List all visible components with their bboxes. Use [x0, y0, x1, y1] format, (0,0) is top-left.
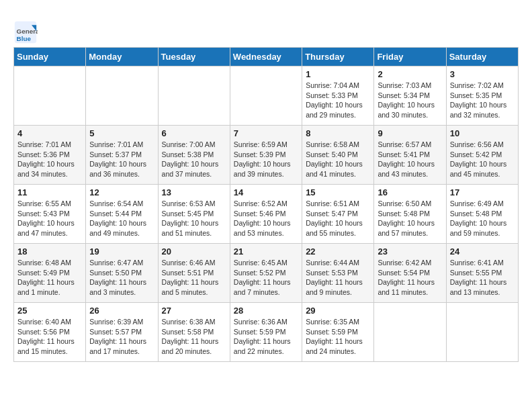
column-header-monday: Monday [86, 48, 158, 66]
day-info: Sunrise: 7:00 AM Sunset: 5:38 PM Dayligh… [162, 140, 226, 179]
calendar-cell: 3Sunrise: 7:02 AM Sunset: 5:35 PM Daylig… [446, 66, 518, 126]
day-info: Sunrise: 6:50 AM Sunset: 5:48 PM Dayligh… [378, 199, 442, 238]
day-number: 24 [450, 246, 515, 257]
day-info: Sunrise: 6:36 AM Sunset: 5:59 PM Dayligh… [234, 317, 298, 357]
calendar-cell: 19Sunrise: 6:47 AM Sunset: 5:50 PM Dayli… [86, 244, 158, 303]
day-number: 25 [17, 306, 82, 316]
calendar-cell: 5Sunrise: 7:01 AM Sunset: 5:37 PM Daylig… [86, 126, 158, 185]
day-number: 8 [306, 128, 370, 138]
calendar-cell [446, 303, 518, 362]
day-number: 14 [234, 187, 298, 197]
day-number: 3 [450, 69, 515, 79]
calendar-week-row: 1Sunrise: 7:04 AM Sunset: 5:33 PM Daylig… [14, 66, 519, 126]
calendar-cell: 2Sunrise: 7:03 AM Sunset: 5:34 PM Daylig… [374, 66, 446, 126]
day-number: 28 [234, 306, 298, 316]
day-info: Sunrise: 6:49 AM Sunset: 5:48 PM Dayligh… [450, 199, 515, 238]
day-number: 20 [162, 246, 226, 257]
calendar-table: SundayMondayTuesdayWednesdayThursdayFrid… [13, 47, 519, 362]
calendar-cell: 24Sunrise: 6:41 AM Sunset: 5:55 PM Dayli… [446, 244, 518, 303]
day-number: 19 [89, 246, 154, 257]
calendar-cell: 4Sunrise: 7:01 AM Sunset: 5:36 PM Daylig… [14, 126, 86, 185]
calendar-cell: 23Sunrise: 6:42 AM Sunset: 5:54 PM Dayli… [374, 244, 446, 303]
calendar-cell: 21Sunrise: 6:45 AM Sunset: 5:52 PM Dayli… [230, 244, 302, 303]
day-info: Sunrise: 7:01 AM Sunset: 5:36 PM Dayligh… [17, 140, 82, 179]
calendar-cell: 20Sunrise: 6:46 AM Sunset: 5:51 PM Dayli… [158, 244, 230, 303]
calendar-week-row: 11Sunrise: 6:55 AM Sunset: 5:43 PM Dayli… [14, 185, 519, 244]
calendar-cell: 10Sunrise: 6:56 AM Sunset: 5:42 PM Dayli… [446, 126, 518, 185]
day-number: 10 [450, 128, 515, 138]
day-info: Sunrise: 6:46 AM Sunset: 5:51 PM Dayligh… [162, 258, 226, 298]
day-info: Sunrise: 6:40 AM Sunset: 5:56 PM Dayligh… [17, 317, 82, 357]
day-info: Sunrise: 7:03 AM Sunset: 5:34 PM Dayligh… [378, 81, 442, 120]
page-header: General Blue [13, 20, 519, 47]
column-header-saturday: Saturday [446, 48, 518, 66]
day-info: Sunrise: 6:54 AM Sunset: 5:44 PM Dayligh… [89, 199, 154, 238]
calendar-cell: 1Sunrise: 7:04 AM Sunset: 5:33 PM Daylig… [302, 66, 374, 126]
day-number: 7 [234, 128, 298, 138]
day-info: Sunrise: 7:02 AM Sunset: 5:35 PM Dayligh… [450, 81, 515, 120]
day-info: Sunrise: 6:51 AM Sunset: 5:47 PM Dayligh… [306, 199, 370, 238]
day-number: 17 [450, 187, 515, 197]
calendar-cell: 16Sunrise: 6:50 AM Sunset: 5:48 PM Dayli… [374, 185, 446, 244]
day-number: 27 [162, 306, 226, 316]
day-info: Sunrise: 6:56 AM Sunset: 5:42 PM Dayligh… [450, 140, 515, 179]
day-info: Sunrise: 6:42 AM Sunset: 5:54 PM Dayligh… [378, 258, 442, 298]
calendar-cell: 15Sunrise: 6:51 AM Sunset: 5:47 PM Dayli… [302, 185, 374, 244]
day-number: 18 [17, 246, 82, 257]
calendar-cell: 22Sunrise: 6:44 AM Sunset: 5:53 PM Dayli… [302, 244, 374, 303]
column-header-sunday: Sunday [14, 48, 86, 66]
day-info: Sunrise: 7:04 AM Sunset: 5:33 PM Dayligh… [306, 81, 370, 120]
calendar-cell: 8Sunrise: 6:58 AM Sunset: 5:40 PM Daylig… [302, 126, 374, 185]
day-number: 12 [89, 187, 154, 197]
calendar-cell [86, 66, 158, 126]
logo-wrapper: General Blue [13, 20, 40, 44]
day-info: Sunrise: 7:01 AM Sunset: 5:37 PM Dayligh… [89, 140, 154, 179]
day-info: Sunrise: 6:57 AM Sunset: 5:41 PM Dayligh… [378, 140, 442, 179]
calendar-cell: 11Sunrise: 6:55 AM Sunset: 5:43 PM Dayli… [14, 185, 86, 244]
day-number: 6 [162, 128, 226, 138]
calendar-cell: 12Sunrise: 6:54 AM Sunset: 5:44 PM Dayli… [86, 185, 158, 244]
day-number: 13 [162, 187, 226, 197]
calendar-cell: 6Sunrise: 7:00 AM Sunset: 5:38 PM Daylig… [158, 126, 230, 185]
column-header-friday: Friday [374, 48, 446, 66]
day-number: 22 [306, 246, 370, 257]
calendar-cell: 14Sunrise: 6:52 AM Sunset: 5:46 PM Dayli… [230, 185, 302, 244]
day-info: Sunrise: 6:35 AM Sunset: 5:59 PM Dayligh… [306, 317, 370, 357]
day-number: 16 [378, 187, 442, 197]
calendar-cell: 27Sunrise: 6:38 AM Sunset: 5:58 PM Dayli… [158, 303, 230, 362]
calendar-week-row: 4Sunrise: 7:01 AM Sunset: 5:36 PM Daylig… [14, 126, 519, 185]
day-info: Sunrise: 6:48 AM Sunset: 5:49 PM Dayligh… [17, 258, 82, 298]
day-info: Sunrise: 6:59 AM Sunset: 5:39 PM Dayligh… [234, 140, 298, 179]
calendar-header-row: SundayMondayTuesdayWednesdayThursdayFrid… [14, 48, 519, 66]
svg-text:Blue: Blue [17, 35, 32, 42]
day-info: Sunrise: 6:38 AM Sunset: 5:58 PM Dayligh… [162, 317, 226, 357]
day-number: 11 [17, 187, 82, 197]
calendar-cell: 26Sunrise: 6:39 AM Sunset: 5:57 PM Dayli… [86, 303, 158, 362]
calendar-cell: 17Sunrise: 6:49 AM Sunset: 5:48 PM Dayli… [446, 185, 518, 244]
calendar-cell [14, 66, 86, 126]
calendar-cell [158, 66, 230, 126]
day-info: Sunrise: 6:53 AM Sunset: 5:45 PM Dayligh… [162, 199, 226, 238]
calendar-cell: 18Sunrise: 6:48 AM Sunset: 5:49 PM Dayli… [14, 244, 86, 303]
calendar-cell [374, 303, 446, 362]
calendar-cell: 25Sunrise: 6:40 AM Sunset: 5:56 PM Dayli… [14, 303, 86, 362]
day-number: 26 [89, 306, 154, 316]
day-number: 9 [378, 128, 442, 138]
column-header-thursday: Thursday [302, 48, 374, 66]
day-number: 2 [378, 69, 442, 79]
day-number: 1 [306, 69, 370, 79]
day-info: Sunrise: 6:41 AM Sunset: 5:55 PM Dayligh… [450, 258, 515, 298]
logo-area: General Blue [13, 20, 40, 47]
calendar-cell [230, 66, 302, 126]
day-number: 15 [306, 187, 370, 197]
day-number: 5 [89, 128, 154, 138]
day-info: Sunrise: 6:39 AM Sunset: 5:57 PM Dayligh… [89, 317, 154, 357]
day-number: 4 [17, 128, 82, 138]
day-info: Sunrise: 6:52 AM Sunset: 5:46 PM Dayligh… [234, 199, 298, 238]
day-info: Sunrise: 6:47 AM Sunset: 5:50 PM Dayligh… [89, 258, 154, 298]
day-number: 29 [306, 306, 370, 316]
calendar-week-row: 25Sunrise: 6:40 AM Sunset: 5:56 PM Dayli… [14, 303, 519, 362]
column-header-wednesday: Wednesday [230, 48, 302, 66]
calendar-cell: 7Sunrise: 6:59 AM Sunset: 5:39 PM Daylig… [230, 126, 302, 185]
logo-icon: General Blue [13, 20, 38, 44]
